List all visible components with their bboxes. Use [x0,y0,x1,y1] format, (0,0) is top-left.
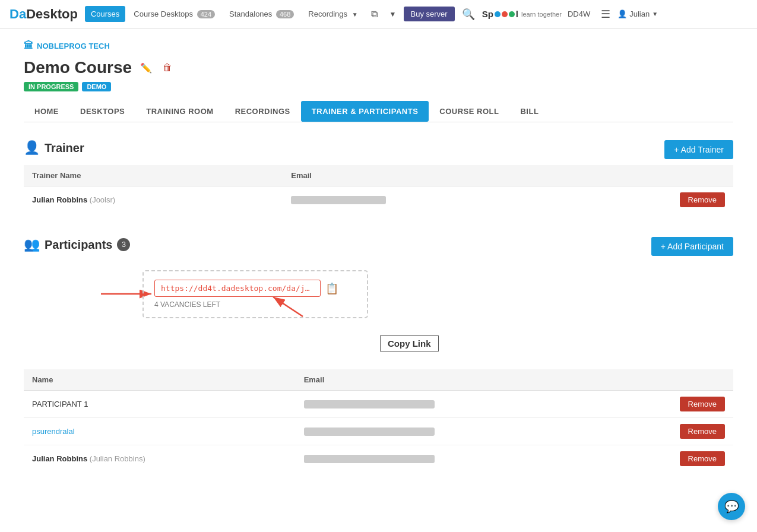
participant3-action: Remove [604,445,733,473]
participants-section: 👥 Participants 3 + Add Participant [24,237,733,472]
trainer-name-col-header: Trainer Name [24,165,283,186]
blurred-email [291,196,386,204]
brand-part1: Da [9,7,26,21]
email-col-header: Email [296,369,604,391]
navbar: DaDesktop Courses Course Desktops 424 St… [0,0,757,28]
in-progress-badge: IN PROGRESS [24,82,78,91]
copy-icon-nav[interactable]: ⧉ [366,5,382,23]
tab-course-roll[interactable]: COURSE ROLL [429,101,509,122]
trainer-section: + Add Trainer 👤 Trainer Trainer Name Ema… [24,140,733,213]
spool-logo: Sp l learn together [482,9,562,19]
link-annotation-area: https://dd4t.dadesktop.com/da/join/5z154… [24,270,733,352]
participants-count: 3 [117,238,130,251]
person-icon: 👤 [24,140,40,156]
user-menu[interactable]: 👤 Julian ▼ [617,10,658,18]
remove-trainer-button[interactable]: Remove [680,192,725,207]
menu-icon[interactable]: ☰ [596,4,615,24]
participant3-email [296,445,604,473]
delete-course-button[interactable]: 🗑 [160,61,175,74]
spool-circle-blue [495,11,501,17]
table-row: PARTICIPANT 1 Remove [24,391,733,418]
participants-table: Name Email PARTICIPANT 1 Remove psurendr [24,369,733,472]
trainer-email-col-header: Email [283,165,572,186]
search-icon[interactable]: 🔍 [457,4,480,24]
standalones-nav[interactable]: Standalones 468 [223,6,300,22]
join-link-url[interactable]: https://dd4t.dadesktop.com/da/join/5z154… [154,280,321,297]
tab-training-room[interactable]: TRAINING ROOM [135,101,224,122]
blurred-email-3 [304,455,435,463]
participant1-email [296,391,604,418]
recordings-nav[interactable]: Recordings ▼ [302,6,363,22]
trainer-email-cell [283,186,572,214]
brand-part2: Desktop [26,7,78,21]
user-icon: 👤 [617,10,627,18]
link-input-row: https://dd4t.dadesktop.com/da/join/5z154… [154,280,356,297]
participants-top-row: 👥 Participants 3 + Add Participant [24,237,733,264]
tab-home[interactable]: HOME [24,101,69,122]
name-col-header: Name [24,369,296,391]
course-desktops-badge: 424 [197,10,215,18]
participant2-email [296,418,604,445]
tab-trainer-participants[interactable]: TRAINER & PARTICIPANTS [301,101,429,122]
remove-participant2-button[interactable]: Remove [680,424,725,439]
courses-nav[interactable]: Courses [85,6,125,22]
spool-circle-green [509,11,515,17]
table-row: Julian Robbins (Julian Robbins) Remove [24,445,733,473]
course-header: Demo Course ✏️ 🗑 [24,58,733,77]
course-title: Demo Course [24,58,132,77]
tab-desktops[interactable]: DESKTOPS [69,101,135,122]
tab-recordings[interactable]: RECORDINGS [224,101,301,122]
add-trainer-button[interactable]: + Add Trainer [664,140,733,159]
course-tabs: HOME DESKTOPS TRAINING ROOM RECORDINGS T… [24,101,733,122]
tab-bill[interactable]: BILL [509,101,549,122]
dropdown-icon-nav[interactable]: ▼ [385,7,401,22]
course-desktops-nav[interactable]: Course Desktops 424 [128,6,221,22]
dd4w-label: DD4W [564,10,594,18]
group-icon: 👥 [24,237,40,252]
participants-title: Participants [45,238,112,252]
copy-link-label: Copy Link [380,335,439,352]
user-name: Julian [629,10,650,18]
participant2-action: Remove [604,418,733,445]
chevron-down-icon: ▼ [352,11,358,18]
standalones-badge: 468 [276,10,294,18]
link-row: https://dd4t.dadesktop.com/da/join/5z154… [24,270,733,352]
trainer-section-title: 👤 Trainer [24,140,664,156]
main-content: 🏛 NOBLEPROG TECH Demo Course ✏️ 🗑 IN PRO… [0,28,757,502]
blurred-email-1 [304,400,435,408]
brand-logo[interactable]: DaDesktop [9,7,78,22]
participants-header: 👥 Participants 3 [24,237,130,252]
building-icon: 🏛 [24,40,33,51]
trainer-action-cell: Remove [572,186,733,214]
copy-link-label-area: Copy Link [380,300,439,352]
vacancies-label: 4 VACANCIES LEFT [154,300,356,309]
table-row: psurendralal Remove [24,418,733,445]
org-name: NOBLEPROG TECH [37,42,110,50]
copy-link-icon-button[interactable]: 📋 [325,282,338,295]
participant2-name: psurendralal [24,418,296,445]
participant1-name: PARTICIPANT 1 [24,391,296,418]
add-participant-button[interactable]: + Add Participant [651,237,733,256]
actions-col-header [604,369,733,391]
trainer-name-cell: Julian Robbins (Joolsr) [24,186,283,214]
blurred-email-2 [304,428,435,436]
participant3-name: Julian Robbins (Julian Robbins) [24,445,296,473]
trainer-actions-col-header [572,165,733,186]
copy-icon: 📋 [325,283,338,294]
table-row: Julian Robbins (Joolsr) Remove [24,186,733,214]
edit-course-button[interactable]: ✏️ [138,61,154,75]
demo-badge: DEMO [82,82,111,91]
remove-participant1-button[interactable]: Remove [680,397,725,411]
participant1-action: Remove [604,391,733,418]
learn-together-text: learn together [521,11,562,18]
remove-participant3-button[interactable]: Remove [680,451,725,466]
spool-circle-red [502,11,508,17]
user-chevron-icon: ▼ [652,11,658,17]
link-box: https://dd4t.dadesktop.com/da/join/5z154… [142,270,368,318]
org-label: 🏛 NOBLEPROG TECH [24,40,733,51]
trainer-table: Trainer Name Email Julian Robbins (Jools… [24,165,733,213]
course-badges: IN PROGRESS DEMO [24,82,733,91]
buy-server-button[interactable]: Buy server [404,7,455,21]
